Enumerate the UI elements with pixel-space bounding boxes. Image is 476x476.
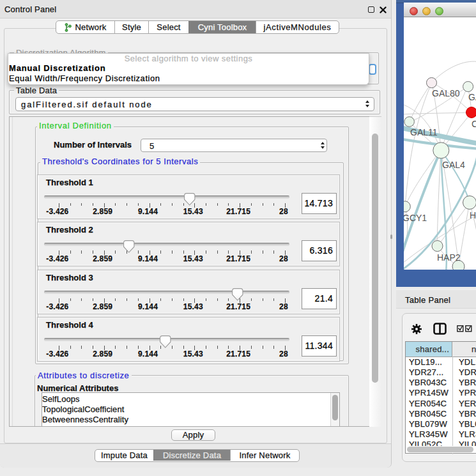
svg-text:C: C (472, 119, 476, 129)
svg-text:GAL80: GAL80 (432, 88, 460, 98)
svg-text:GAL4: GAL4 (442, 160, 465, 170)
svg-text:GA: GA (468, 92, 476, 102)
svg-text:HAP2: HAP2 (437, 252, 461, 263)
svg-text:H: H (470, 210, 476, 220)
svg-text:GCY1: GCY1 (404, 213, 427, 223)
svg-text:GAL11: GAL11 (410, 127, 438, 137)
